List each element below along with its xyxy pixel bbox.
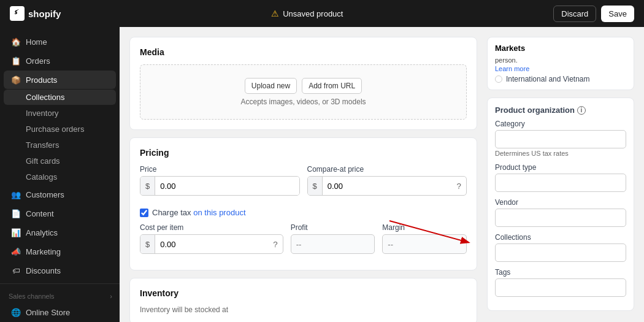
pricing-grid: Price $ Compare-at price $ ? <box>140 165 467 202</box>
sidebar-label-transfers: Transfers <box>26 140 59 150</box>
cost-help-button[interactable]: ? <box>268 240 282 249</box>
cost-input-wrapper: $ ? <box>140 234 283 254</box>
charge-tax-checkbox[interactable] <box>140 209 148 217</box>
tags-label: Tags <box>495 268 626 277</box>
vendor-input[interactable] <box>495 209 626 227</box>
topbar-center: ⚠ Unsaved product <box>271 9 343 18</box>
warning-icon: ⚠ <box>271 9 279 18</box>
sidebar-item-orders[interactable]: 📋 Orders <box>4 52 116 70</box>
sidebar-label-inventory: Inventory <box>26 109 58 118</box>
sidebar-label-orders: Orders <box>26 56 50 66</box>
sidebar-item-customers[interactable]: 👥 Customers <box>4 185 116 204</box>
sidebar-label-content: Content <box>26 209 54 218</box>
sidebar: 🏠 Home 📋 Orders 📦 Products Collections I… <box>0 27 120 322</box>
sidebar-label-marketing: Marketing <box>26 247 61 256</box>
cost-currency: $ <box>140 235 155 253</box>
sidebar-label-collections: Collections <box>26 93 65 102</box>
save-button[interactable]: Save <box>601 6 634 22</box>
main-content: Media Upload new Add from URL Accepts im… <box>120 27 644 322</box>
upload-new-button[interactable]: Upload new <box>245 78 297 94</box>
price-field: Price $ <box>140 165 300 196</box>
topbar-left: shopify <box>10 6 61 21</box>
inventory-title: Inventory <box>140 288 467 298</box>
sidebar-label-analytics: Analytics <box>26 228 58 237</box>
price-currency: $ <box>140 177 155 195</box>
media-card: Media Upload new Add from URL Accepts im… <box>129 37 477 130</box>
sidebar-item-discounts[interactable]: 🏷 Discounts <box>4 261 116 280</box>
cost-input[interactable] <box>155 235 268 253</box>
sidebar-sub-item-transfers[interactable]: Transfers <box>4 137 116 153</box>
sidebar-sub-item-gift-cards[interactable]: Gift cards <box>4 153 116 169</box>
page-title: Unsaved product <box>283 9 343 18</box>
price-input-wrapper: $ <box>140 176 300 196</box>
shopify-text: shopify <box>28 9 61 19</box>
vendor-label: Vendor <box>495 198 626 207</box>
home-icon: 🏠 <box>11 37 21 47</box>
compare-input[interactable] <box>323 177 452 195</box>
compare-input-wrapper: $ ? <box>307 176 467 196</box>
cost-field: Cost per item $ ? <box>140 223 283 254</box>
category-hint: Determines US tax rates <box>495 150 626 157</box>
category-label: Category <box>495 120 626 128</box>
sidebar-label-products: Products <box>26 75 57 85</box>
right-column: Markets person. Learn more International… <box>487 37 634 322</box>
sales-channels-section: Sales channels › <box>0 288 120 302</box>
sidebar-sub-item-purchase-orders[interactable]: Purchase orders <box>4 121 116 137</box>
sidebar-item-products[interactable]: 📦 Products <box>4 71 116 89</box>
sidebar-label-online-store: Online Store <box>26 308 70 317</box>
collections-label: Collections <box>495 233 626 242</box>
margin-input <box>382 234 467 254</box>
compare-help-button[interactable]: ? <box>452 182 466 191</box>
product-org-title: Product organization i <box>495 105 626 115</box>
media-dropzone[interactable]: Upload new Add from URL Accepts images, … <box>140 64 467 120</box>
collections-field: Collections <box>495 233 626 262</box>
tax-link[interactable]: on this product <box>193 208 245 217</box>
charge-tax-row: Charge tax on this product <box>140 208 467 217</box>
sidebar-sub-item-collections[interactable]: Collections <box>4 90 116 105</box>
learn-more-link[interactable]: Learn more <box>495 65 626 72</box>
inventory-hint: Inventory will be stocked at <box>140 305 467 314</box>
profit-field: Profit <box>291 223 375 254</box>
price-label: Price <box>140 165 300 174</box>
analytics-icon: 📊 <box>11 228 21 237</box>
discounts-icon: 🏷 <box>11 266 21 275</box>
compare-price-label: Compare-at price <box>307 165 467 174</box>
product-type-field: Product type <box>495 163 626 192</box>
media-btn-row: Upload new Add from URL <box>245 78 362 94</box>
compare-price-field: Compare-at price $ ? <box>307 165 467 196</box>
sidebar-sub-item-inventory[interactable]: Inventory <box>4 105 116 121</box>
sidebar-sub-item-catalogs[interactable]: Catalogs <box>4 169 116 185</box>
online-store-icon: 🌐 <box>11 307 21 317</box>
tags-field: Tags <box>495 268 626 297</box>
sidebar-label-purchase-orders: Purchase orders <box>26 125 84 134</box>
media-hint: Accepts images, videos, or 3D models <box>240 98 366 106</box>
expand-icon[interactable]: › <box>110 293 112 300</box>
compare-currency: $ <box>308 177 323 195</box>
product-org-info-icon[interactable]: i <box>577 106 586 115</box>
cost-grid: Cost per item $ ? Profit M <box>140 223 467 260</box>
category-input[interactable] <box>495 130 626 148</box>
products-icon: 📦 <box>11 75 21 85</box>
margin-field: Margin <box>382 223 467 254</box>
discard-button[interactable]: Discard <box>553 6 596 22</box>
price-input[interactable] <box>155 177 299 195</box>
tags-input[interactable] <box>495 278 626 297</box>
shopify-logo: shopify <box>10 6 61 21</box>
sidebar-item-marketing[interactable]: 📣 Marketing <box>4 242 116 261</box>
sidebar-item-home[interactable]: 🏠 Home <box>4 33 116 51</box>
vendor-field: Vendor <box>495 198 626 227</box>
sidebar-item-online-store[interactable]: 🌐 Online Store <box>4 303 116 321</box>
product-type-input[interactable] <box>495 174 626 192</box>
add-url-button[interactable]: Add from URL <box>302 78 362 94</box>
left-column: Media Upload new Add from URL Accepts im… <box>129 37 477 322</box>
marketing-icon: 📣 <box>11 247 21 256</box>
sidebar-label-gift-cards: Gift cards <box>26 156 60 166</box>
sidebar-label-discounts: Discounts <box>26 266 61 275</box>
category-field: Category Determines US tax rates <box>495 120 626 157</box>
topbar-actions: Discard Save <box>553 6 634 22</box>
sidebar-label-catalogs: Catalogs <box>26 172 57 182</box>
collections-input[interactable] <box>495 243 626 262</box>
sidebar-item-content[interactable]: 📄 Content <box>4 204 116 223</box>
markets-item: International and Vietnam <box>495 75 626 83</box>
sidebar-item-analytics[interactable]: 📊 Analytics <box>4 223 116 242</box>
